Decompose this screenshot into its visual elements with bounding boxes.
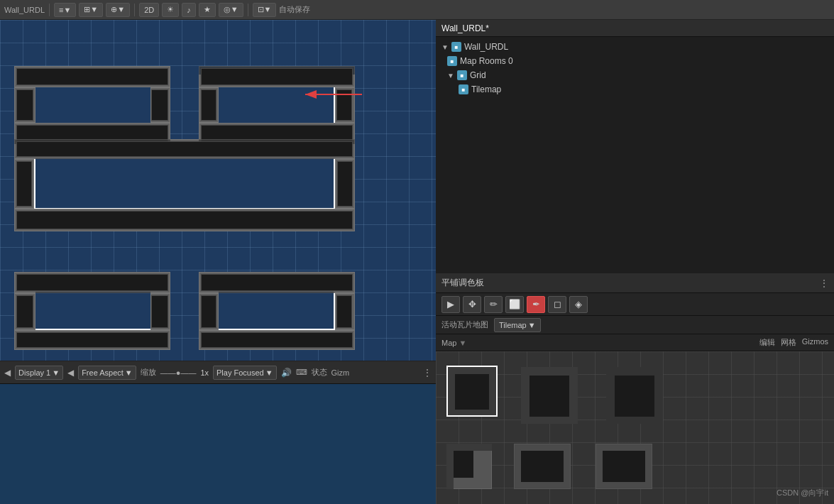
tile-2-bottom [521,417,578,424]
room-tr-inner [219,87,334,123]
tilemap-select-chevron-icon: ▼ [528,321,536,329]
tool-pick-btn[interactable]: ✒ [527,296,545,313]
map-bar: Map ▼ 编辑 网格 Gizmos [436,334,834,351]
hierarchy-expand-icon-grid: ▼ [447,72,454,80]
hierarchy-item-map-rooms[interactable]: ■ Map Rooms 0 [436,54,834,68]
brick-bl-dark-left [16,295,33,328]
brick-mid-dark-right [337,161,353,207]
tile-2-top [521,367,578,376]
play-focused-chevron-icon: ▼ [265,368,273,377]
tile-3-top [606,367,663,376]
tile-2-right [569,376,578,418]
brick-mid-dark-bottom [16,211,353,229]
tool-erase-btn[interactable]: ◻ [548,296,566,313]
mute-icon[interactable]: 🔊 [281,368,292,378]
csdn-watermark: CSDN @向宇it [777,488,828,498]
tile-3-right [654,376,663,418]
tile-4-top [446,444,492,451]
brick-br-dark-left [201,295,216,328]
zoom-slider[interactable]: ——●—— [160,368,197,377]
tilemap-palette-header: 平铺调色板 ⋮ [436,273,834,293]
brick-dark-2 [16,89,33,121]
hierarchy-label-wall-urdl: Wall_URDL [464,42,508,52]
zoom-label: 缩放 [141,367,156,378]
toolbar-view-btn[interactable]: ⊞▼ [79,3,103,17]
left-panel: ◀ Display 1 ▼ ◀ Free Aspect ▼ 缩放 ——●—— 1… [0,20,436,504]
toolbar-light-btn[interactable]: ☀ [162,3,179,17]
window-title: Wall_URDL* [441,23,489,33]
tile-grid-area[interactable]: CSDN @向宇it [436,351,834,504]
toolbar-scene-btn[interactable]: ◎▼ [219,3,243,17]
toolbar-fx-btn[interactable]: ★ [199,3,216,17]
tool-move-btn[interactable]: ✥ [463,296,481,313]
tilemap-select-dropdown[interactable]: Tilemap ▼ [494,318,541,332]
top-toolbar: Wall_URDL ≡▼ ⊞▼ ⊕▼ 2D ☀ ♪ ★ ◎▼ ⊡▼ 自动保存 [0,0,834,20]
game-view[interactable] [0,383,436,504]
aspect-dropdown[interactable]: Free Aspect ▼ [78,366,136,380]
hierarchy-title-bar: Wall_URDL* [436,20,834,37]
hierarchy-expand-icon: ▼ [441,43,449,51]
hierarchy-content: ▼ ■ Wall_URDL ■ Map Rooms 0 ▼ ■ Grid ■ T… [436,37,834,273]
brick-mid-dark-top [16,141,353,157]
tile-4-left [446,451,454,489]
display-label: Display 1 [18,368,50,377]
tool-paint-btn[interactable]: ✏ [484,296,503,313]
tile-4-inner [452,449,473,478]
gizmos-label: Gizm [331,368,350,377]
aspect-label: Free Aspect [82,368,124,377]
map-bar-right: 编辑 网格 Gizmos [759,337,828,348]
main-area: ◀ Display 1 ▼ ◀ Free Aspect ▼ 缩放 ——●—— 1… [0,20,834,504]
toolbar-audio-btn[interactable]: ♪ [182,3,196,17]
tile-3-inner [613,374,656,417]
tile-2-left [521,376,530,418]
scene-view[interactable] [0,20,436,361]
tile-6-inner [603,451,645,482]
separator-3 [248,4,248,16]
display-dropdown[interactable]: Display 1 ▼ [15,366,63,380]
zoom-value: 1x [200,368,209,377]
toolbar-gizmos-btn[interactable]: ⊕▼ [106,3,130,17]
separator-2 [134,4,135,16]
hierarchy-label-tilemap: Tilemap [471,84,501,94]
hierarchy-item-wall-urdl[interactable]: ▼ ■ Wall_URDL [436,40,834,54]
tile-grid-inner: CSDN @向宇it [436,351,834,504]
brick-mid-dark-left [16,161,32,207]
separator-1 [49,4,50,16]
scene-bottom-bar: ◀ Display 1 ▼ ◀ Free Aspect ▼ 缩放 ——●—— 1… [0,361,436,383]
play-focused-dropdown[interactable]: Play Focused ▼ [213,366,277,380]
three-dots-btn[interactable]: ⋮ [423,368,432,378]
brick-dark-3 [151,89,168,121]
hierarchy-cube-icon-grid: ■ [457,70,467,80]
play-focused-label: Play Focused [216,368,264,377]
display-chevron-icon: ▼ [52,368,60,377]
active-tilemap-label: 活动瓦片地图 [441,319,488,330]
tile-5-inner [521,451,564,482]
tilemap-palette-title: 平铺调色板 [441,277,484,289]
map-dropdown[interactable]: Map ▼ [441,339,466,347]
hierarchy-item-tilemap[interactable]: ■ Tilemap [436,82,834,97]
tool-box-btn[interactable]: ⬜ [505,296,524,313]
brick-bl-dark-bottom [16,332,168,348]
tool-select-btn[interactable]: ▶ [441,296,460,313]
toolbar-2d-btn[interactable]: 2D [139,3,159,17]
toolbar-layers-btn[interactable]: ≡▼ [54,3,76,17]
brick-dark-1 [16,68,168,85]
toolbar-overlay-btn[interactable]: ⊡▼ [253,3,277,17]
brick-br-dark-bottom [201,332,353,348]
hierarchy-cube-icon-map: ■ [447,56,457,66]
hierarchy-cube-icon-tilemap: ■ [459,84,468,94]
tilemap-palette-menu-icon[interactable]: ⋮ [820,278,828,288]
room-bl-inner [35,292,150,329]
edit-label: 编辑 [759,337,775,348]
gizmos-palette-label: Gizmos [802,337,828,348]
map-chevron-icon: ▼ [459,339,466,347]
brick-tr-dark-1 [201,68,353,85]
hierarchy-item-grid[interactable]: ▼ ■ Grid [436,68,834,82]
tool-fill-btn[interactable]: ◈ [569,296,588,313]
auto-save-label: 自动保存 [279,4,310,15]
grid-label: 网格 [781,337,796,348]
middle-inner [35,158,334,208]
tilemap-select-value: Tilemap [499,321,527,329]
room-br-inner [219,292,334,329]
chevron-aspect-icon: ◀ [67,368,74,378]
